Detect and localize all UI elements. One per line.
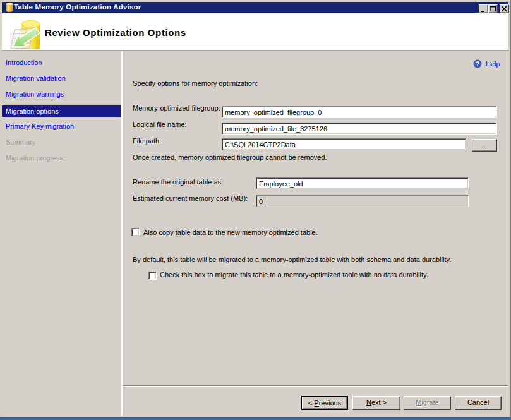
svg-text:?: ? <box>476 61 479 68</box>
